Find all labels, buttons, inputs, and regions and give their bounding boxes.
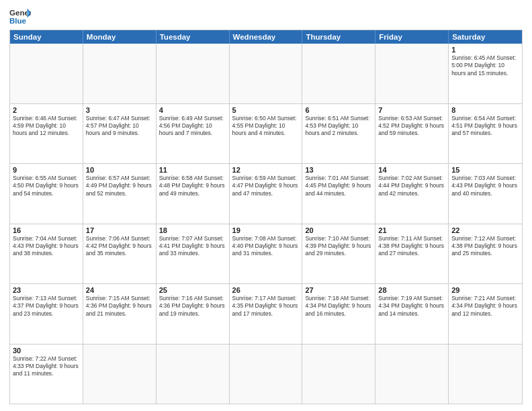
logo: General Blue <box>9 7 31 26</box>
calendar-cell <box>83 44 157 103</box>
calendar-cell: 28Sunrise: 7:19 AM Sunset: 4:34 PM Dayli… <box>375 284 449 344</box>
cell-daylight-info: Sunrise: 7:16 AM Sunset: 4:36 PM Dayligh… <box>159 295 226 318</box>
calendar-cell: 9Sunrise: 6:55 AM Sunset: 4:50 PM Daylig… <box>10 164 83 224</box>
calendar-cell <box>83 345 157 404</box>
cell-daylight-info: Sunrise: 7:06 AM Sunset: 4:42 PM Dayligh… <box>86 235 153 258</box>
day-number: 26 <box>232 286 300 294</box>
day-number: 13 <box>305 166 372 174</box>
calendar-cell: 8Sunrise: 6:54 AM Sunset: 4:51 PM Daylig… <box>449 104 522 164</box>
calendar-cell: 30Sunrise: 7:22 AM Sunset: 4:33 PM Dayli… <box>10 345 83 404</box>
calendar-cell: 27Sunrise: 7:18 AM Sunset: 4:34 PM Dayli… <box>302 284 375 344</box>
calendar-cell: 15Sunrise: 7:03 AM Sunset: 4:43 PM Dayli… <box>449 164 522 224</box>
day-number: 11 <box>159 166 226 174</box>
cell-daylight-info: Sunrise: 6:46 AM Sunset: 4:59 PM Dayligh… <box>13 115 80 138</box>
calendar-week-row: 16Sunrise: 7:04 AM Sunset: 4:43 PM Dayli… <box>10 224 522 284</box>
calendar-cell: 20Sunrise: 7:10 AM Sunset: 4:39 PM Dayli… <box>302 224 375 284</box>
cell-daylight-info: Sunrise: 7:08 AM Sunset: 4:40 PM Dayligh… <box>232 235 300 258</box>
day-number: 8 <box>451 106 519 114</box>
cell-daylight-info: Sunrise: 7:15 AM Sunset: 4:36 PM Dayligh… <box>86 295 153 318</box>
day-number: 22 <box>451 226 519 234</box>
calendar-cell: 12Sunrise: 6:59 AM Sunset: 4:47 PM Dayli… <box>230 164 303 224</box>
calendar-header-cell: Sunday <box>10 30 83 44</box>
cell-daylight-info: Sunrise: 6:57 AM Sunset: 4:49 PM Dayligh… <box>86 175 153 197</box>
calendar-cell: 23Sunrise: 7:13 AM Sunset: 4:37 PM Dayli… <box>10 284 83 344</box>
cell-daylight-info: Sunrise: 6:51 AM Sunset: 4:53 PM Dayligh… <box>305 115 372 138</box>
calendar-cell: 29Sunrise: 7:21 AM Sunset: 4:34 PM Dayli… <box>449 284 522 344</box>
calendar-week-row: 1Sunrise: 6:45 AM Sunset: 5:00 PM Daylig… <box>10 44 522 103</box>
day-number: 3 <box>86 106 153 114</box>
day-number: 19 <box>232 226 300 234</box>
day-number: 1 <box>451 46 519 54</box>
calendar-header-cell: Wednesday <box>230 30 303 44</box>
calendar-cell: 22Sunrise: 7:12 AM Sunset: 4:38 PM Dayli… <box>449 224 522 284</box>
day-number: 5 <box>232 106 300 114</box>
cell-daylight-info: Sunrise: 7:07 AM Sunset: 4:41 PM Dayligh… <box>159 235 226 258</box>
calendar-cell <box>230 345 303 404</box>
cell-daylight-info: Sunrise: 6:50 AM Sunset: 4:55 PM Dayligh… <box>232 115 300 138</box>
cell-daylight-info: Sunrise: 7:13 AM Sunset: 4:37 PM Dayligh… <box>13 295 80 318</box>
calendar-header-cell: Monday <box>83 30 157 44</box>
calendar: SundayMondayTuesdayWednesdayThursdayFrid… <box>9 30 523 404</box>
day-number: 14 <box>378 166 445 174</box>
calendar-cell: 1Sunrise: 6:45 AM Sunset: 5:00 PM Daylig… <box>449 44 522 103</box>
cell-daylight-info: Sunrise: 7:18 AM Sunset: 4:34 PM Dayligh… <box>305 295 372 318</box>
calendar-cell: 5Sunrise: 6:50 AM Sunset: 4:55 PM Daylig… <box>230 104 303 164</box>
calendar-cell: 18Sunrise: 7:07 AM Sunset: 4:41 PM Dayli… <box>157 224 230 284</box>
calendar-cell: 19Sunrise: 7:08 AM Sunset: 4:40 PM Dayli… <box>230 224 303 284</box>
day-number: 28 <box>378 286 445 294</box>
calendar-cell <box>375 345 449 404</box>
day-number: 7 <box>378 106 445 114</box>
day-number: 2 <box>13 106 80 114</box>
calendar-header-cell: Saturday <box>449 30 522 44</box>
calendar-header-cell: Tuesday <box>157 30 230 44</box>
calendar-week-row: 2Sunrise: 6:46 AM Sunset: 4:59 PM Daylig… <box>10 103 522 164</box>
cell-daylight-info: Sunrise: 7:22 AM Sunset: 4:33 PM Dayligh… <box>13 355 80 378</box>
day-number: 16 <box>13 226 80 234</box>
cell-daylight-info: Sunrise: 7:03 AM Sunset: 4:43 PM Dayligh… <box>451 175 519 197</box>
calendar-cell <box>375 44 449 103</box>
day-number: 6 <box>305 106 372 114</box>
day-number: 25 <box>159 286 226 294</box>
cell-daylight-info: Sunrise: 6:54 AM Sunset: 4:51 PM Dayligh… <box>451 115 519 138</box>
calendar-header-cell: Friday <box>375 30 449 44</box>
cell-daylight-info: Sunrise: 6:47 AM Sunset: 4:57 PM Dayligh… <box>86 115 153 138</box>
day-number: 17 <box>86 226 153 234</box>
calendar-body: 1Sunrise: 6:45 AM Sunset: 5:00 PM Daylig… <box>10 44 522 404</box>
day-number: 27 <box>305 286 372 294</box>
cell-daylight-info: Sunrise: 7:21 AM Sunset: 4:34 PM Dayligh… <box>451 295 519 318</box>
calendar-cell <box>157 44 230 103</box>
cell-daylight-info: Sunrise: 7:11 AM Sunset: 4:38 PM Dayligh… <box>378 235 445 258</box>
calendar-header-cell: Thursday <box>302 30 375 44</box>
calendar-cell <box>302 345 375 404</box>
day-number: 10 <box>86 166 153 174</box>
calendar-cell: 13Sunrise: 7:01 AM Sunset: 4:45 PM Dayli… <box>302 164 375 224</box>
cell-daylight-info: Sunrise: 6:45 AM Sunset: 5:00 PM Dayligh… <box>451 54 519 77</box>
day-number: 21 <box>378 226 445 234</box>
cell-daylight-info: Sunrise: 7:19 AM Sunset: 4:34 PM Dayligh… <box>378 295 445 318</box>
day-number: 4 <box>159 106 226 114</box>
day-number: 23 <box>13 286 80 294</box>
svg-text:Blue: Blue <box>9 17 27 25</box>
day-number: 18 <box>159 226 226 234</box>
day-number: 12 <box>232 166 300 174</box>
generalblue-logo-icon: General Blue <box>9 7 31 26</box>
cell-daylight-info: Sunrise: 7:01 AM Sunset: 4:45 PM Dayligh… <box>305 175 372 197</box>
calendar-cell: 3Sunrise: 6:47 AM Sunset: 4:57 PM Daylig… <box>83 104 157 164</box>
calendar-cell: 14Sunrise: 7:02 AM Sunset: 4:44 PM Dayli… <box>375 164 449 224</box>
cell-daylight-info: Sunrise: 7:12 AM Sunset: 4:38 PM Dayligh… <box>451 235 519 258</box>
cell-daylight-info: Sunrise: 7:17 AM Sunset: 4:35 PM Dayligh… <box>232 295 300 318</box>
day-number: 20 <box>305 226 372 234</box>
calendar-cell: 7Sunrise: 6:53 AM Sunset: 4:52 PM Daylig… <box>375 104 449 164</box>
day-number: 29 <box>451 286 519 294</box>
cell-daylight-info: Sunrise: 7:10 AM Sunset: 4:39 PM Dayligh… <box>305 235 372 258</box>
day-number: 9 <box>13 166 80 174</box>
calendar-week-row: 9Sunrise: 6:55 AM Sunset: 4:50 PM Daylig… <box>10 163 522 224</box>
calendar-cell: 17Sunrise: 7:06 AM Sunset: 4:42 PM Dayli… <box>83 224 157 284</box>
cell-daylight-info: Sunrise: 6:55 AM Sunset: 4:50 PM Dayligh… <box>13 175 80 197</box>
calendar-cell <box>10 44 83 103</box>
calendar-cell: 21Sunrise: 7:11 AM Sunset: 4:38 PM Dayli… <box>375 224 449 284</box>
calendar-cell: 25Sunrise: 7:16 AM Sunset: 4:36 PM Dayli… <box>157 284 230 344</box>
calendar-cell <box>302 44 375 103</box>
cell-daylight-info: Sunrise: 7:02 AM Sunset: 4:44 PM Dayligh… <box>378 175 445 197</box>
header: General Blue <box>9 7 523 26</box>
